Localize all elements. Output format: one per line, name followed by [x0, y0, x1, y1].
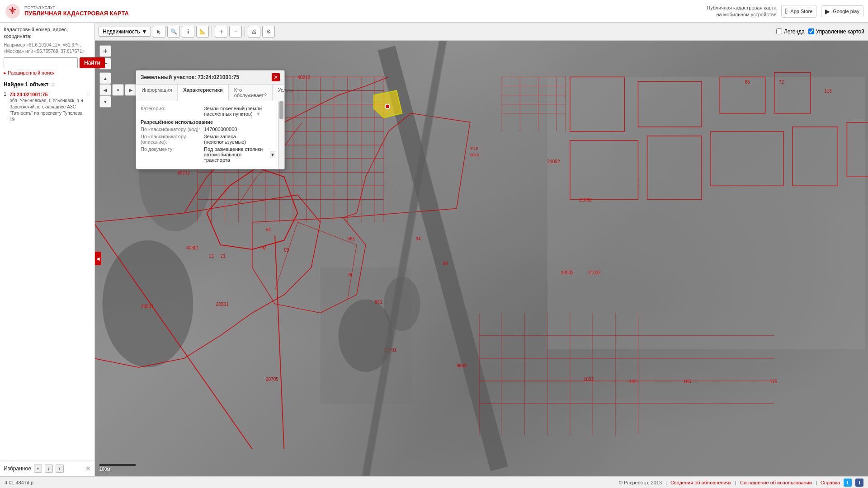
pan-right-button[interactable]: ▶: [125, 84, 137, 96]
map-management-checkbox[interactable]: [808, 28, 814, 34]
category-dropdown-label: Недвижимость: [103, 28, 140, 35]
classifier-code-value: 147000000000: [204, 127, 275, 132]
popup-tabs: Информация Характеристики Кто обслуживае…: [136, 84, 284, 101]
result-item: 1. 73:24:021001:75 обл. Ульяновская, г. …: [4, 91, 91, 123]
svg-point-63: [385, 104, 390, 109]
tab-who-serves[interactable]: Кто обслуживает?: [229, 84, 273, 101]
result-star-icon[interactable]: ☆: [86, 91, 91, 98]
zoom-in-button[interactable]: +: [99, 45, 111, 57]
advanced-search-link[interactable]: ▸ Расширенный поиск: [4, 70, 91, 76]
svg-text:92: 92: [261, 245, 267, 250]
star-icon: ☆: [51, 81, 56, 88]
facebook-icon[interactable]: f: [855, 479, 863, 487]
search-label: Кадастровый номер, адрес, координата:: [4, 26, 91, 40]
svg-text:21002: 21002: [547, 159, 560, 164]
document-value-row: Под размещение стоянки автомобильного тр…: [204, 146, 275, 163]
map-management-checkbox-label[interactable]: Управление картой: [808, 28, 864, 35]
separator-1: |: [665, 480, 667, 485]
popup-body: Категория: Земли поселений (земли населё…: [136, 101, 284, 169]
svg-text:175: 175: [770, 379, 778, 384]
svg-text:20002: 20002: [561, 270, 574, 275]
app-store-label: App Store: [790, 9, 812, 14]
svg-point-4: [103, 240, 193, 367]
google-play-label: Google play: [833, 9, 859, 14]
search-input[interactable]: [4, 57, 78, 68]
settings-button[interactable]: ⚙: [262, 26, 275, 38]
info-icon: ℹ: [187, 28, 189, 35]
pointer-tool-button[interactable]: [153, 26, 165, 38]
zoom-out-icon: −: [234, 28, 237, 35]
pan-left-button[interactable]: ◀: [99, 84, 111, 96]
coordinates-display: 4:01.484 http: [5, 480, 95, 485]
legend-checkbox-label[interactable]: Легенда: [776, 28, 805, 35]
print-button[interactable]: 🖨: [248, 26, 260, 38]
svg-text:1022: 1022: [584, 377, 594, 382]
measure-icon: 📐: [199, 28, 206, 34]
update-info-link[interactable]: Сведения об обновлениях: [670, 480, 731, 485]
result-link[interactable]: 73:24:021001:75: [9, 92, 47, 97]
separator-3: |: [816, 480, 817, 485]
svg-text:65: 65: [745, 80, 750, 84]
svg-text:21002: 21002: [579, 197, 592, 202]
export-favorite-button[interactable]: ↑: [56, 465, 64, 473]
google-play-button[interactable]: ▶ Google play: [821, 5, 863, 17]
search-on-map-button[interactable]: 🔍: [167, 26, 180, 38]
svg-text:21002: 21002: [588, 270, 601, 275]
settings-icon: ⚙: [266, 28, 271, 35]
map-management-label: Управление картой: [816, 28, 864, 35]
zoom-out-toolbar-button[interactable]: −: [229, 26, 242, 38]
classifier-code-row: По классификатору (код): 147000000000: [141, 127, 275, 132]
separator-2: |: [735, 480, 736, 485]
zoom-in-icon: +: [219, 28, 223, 35]
popup-close-button[interactable]: ✕: [272, 73, 280, 81]
popup-scrollbar[interactable]: [278, 101, 284, 169]
document-dropdown-button[interactable]: ▼: [270, 151, 275, 158]
svg-text:93: 93: [284, 248, 289, 253]
search-row: Найти: [4, 57, 91, 68]
app-store-button[interactable]:  App Store: [781, 5, 817, 18]
category-field-label: Категория:: [141, 106, 204, 111]
svg-text:20705: 20705: [266, 377, 278, 382]
category-dropdown[interactable]: Недвижимость ▼: [99, 27, 151, 37]
property-popup: Земельный участок: 73:24:021001:75 ✕ Инф…: [136, 70, 285, 169]
tab-services[interactable]: Услуги: [273, 84, 299, 101]
header: ⚜ ПОРТАЛ УСЛУГ ПУБЛИЧНАЯ КАДАСТРОВАЯ КАР…: [0, 0, 868, 23]
svg-text:40301: 40301: [186, 245, 199, 250]
measure-button[interactable]: 📐: [196, 26, 209, 38]
svg-text:21: 21: [221, 253, 226, 258]
legend-checkbox[interactable]: [776, 28, 782, 34]
scale-label: 100м: [99, 467, 136, 472]
svg-text:54: 54: [266, 227, 271, 232]
document-value: Под размещение стоянки автомобильного тр…: [204, 146, 268, 163]
result-description: обл. Ульяновская, г. Ульяновск, р-н Заво…: [9, 98, 84, 123]
twitter-icon[interactable]: t: [844, 479, 852, 487]
cursor-icon: [156, 28, 162, 35]
document-label: По документу:: [141, 146, 204, 152]
popup-scroll-thumb[interactable]: [279, 101, 283, 119]
pan-center-button[interactable]: ●: [112, 84, 124, 96]
pan-down-button[interactable]: ▼: [99, 96, 111, 108]
classifier-desc-label: По классификатору (описание):: [141, 134, 204, 145]
legend-label: Легенда: [784, 28, 805, 35]
svg-rect-9: [547, 77, 865, 349]
svg-text:9:10: 9:10: [470, 146, 478, 150]
search-hint: Например «61:6:10104:12», «61:6:*»,«Моск…: [4, 42, 91, 55]
terms-link[interactable]: Соглашение об использовании: [740, 480, 812, 485]
search-button[interactable]: Найти: [80, 57, 105, 68]
add-favorite-button[interactable]: +: [34, 465, 42, 473]
popup-title: Земельный участок: 73:24:021001:75: [141, 74, 239, 80]
tab-characteristics[interactable]: Характеристики: [178, 84, 228, 101]
logo-title: ПУБЛИЧНАЯ КАДАСТРОВАЯ КАРТА: [24, 10, 129, 17]
popup-header: Земельный участок: 73:24:021001:75 ✕: [136, 70, 284, 84]
tab-information[interactable]: Информация: [136, 84, 178, 101]
svg-text:40212: 40212: [177, 170, 190, 175]
info-button[interactable]: ℹ: [182, 26, 194, 38]
import-favorite-button[interactable]: ↓: [45, 465, 53, 473]
zoom-in-toolbar-button[interactable]: +: [215, 26, 227, 38]
pan-up-button[interactable]: ▲: [99, 72, 111, 84]
collapse-panel-button[interactable]: ◀: [95, 252, 101, 265]
delete-favorite-button[interactable]: ✕: [85, 465, 91, 472]
svg-text:40213: 40213: [297, 75, 310, 80]
print-icon: 🖨: [251, 28, 257, 35]
help-link[interactable]: Справка: [821, 480, 840, 485]
